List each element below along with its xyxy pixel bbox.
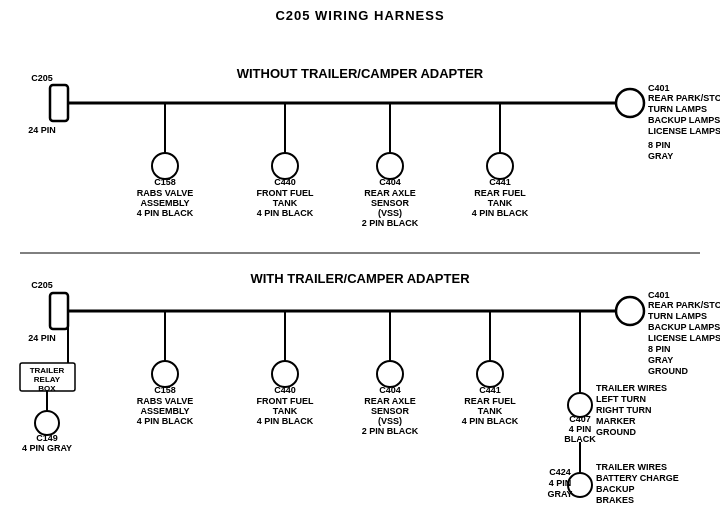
svg-text:4 PIN BLACK: 4 PIN BLACK [257, 416, 314, 426]
svg-text:SENSOR: SENSOR [371, 198, 410, 208]
svg-text:24 PIN: 24 PIN [28, 125, 56, 135]
svg-point-26 [377, 153, 403, 179]
svg-text:REAR FUEL: REAR FUEL [474, 188, 526, 198]
svg-text:TRAILER WIRES: TRAILER WIRES [596, 383, 667, 393]
svg-text:C404: C404 [379, 177, 401, 187]
svg-text:4 PIN BLACK: 4 PIN BLACK [462, 416, 519, 426]
svg-text:REAR PARK/STOP: REAR PARK/STOP [648, 93, 720, 103]
svg-point-94 [377, 361, 403, 387]
svg-text:TRAILER WIRES: TRAILER WIRES [596, 462, 667, 472]
svg-text:C424: C424 [549, 467, 571, 477]
svg-text:8 PIN: 8 PIN [648, 140, 671, 150]
svg-text:LEFT TURN: LEFT TURN [596, 394, 646, 404]
svg-point-101 [477, 361, 503, 387]
svg-text:C440: C440 [274, 177, 296, 187]
svg-text:ASSEMBLY: ASSEMBLY [140, 406, 189, 416]
svg-point-5 [616, 89, 644, 117]
svg-point-20 [272, 153, 298, 179]
svg-text:RIGHT TURN: RIGHT TURN [596, 405, 652, 415]
svg-text:2 PIN BLACK: 2 PIN BLACK [362, 426, 419, 436]
svg-text:4 PIN BLACK: 4 PIN BLACK [257, 208, 314, 218]
svg-text:4 PIN BLACK: 4 PIN BLACK [137, 208, 194, 218]
svg-text:(VSS): (VSS) [378, 416, 402, 426]
svg-point-33 [487, 153, 513, 179]
svg-text:4 PIN: 4 PIN [569, 424, 592, 434]
svg-point-82 [152, 361, 178, 387]
svg-text:(VSS): (VSS) [378, 208, 402, 218]
svg-text:FRONT FUEL: FRONT FUEL [257, 396, 314, 406]
svg-text:24 PIN: 24 PIN [28, 333, 56, 343]
svg-rect-2 [50, 85, 68, 121]
svg-text:C158: C158 [154, 177, 176, 187]
svg-text:C149: C149 [36, 433, 58, 443]
svg-text:GRAY: GRAY [648, 355, 673, 365]
svg-text:C404: C404 [379, 385, 401, 395]
svg-text:WITH  TRAILER/CAMPER  ADAPTER: WITH TRAILER/CAMPER ADAPTER [250, 271, 470, 286]
svg-text:GROUND: GROUND [648, 366, 688, 376]
svg-text:C441: C441 [489, 177, 511, 187]
svg-text:REAR PARK/STOP: REAR PARK/STOP [648, 300, 720, 310]
svg-point-88 [272, 361, 298, 387]
svg-text:RELAY: RELAY [34, 375, 61, 384]
svg-text:TURN LAMPS: TURN LAMPS [648, 104, 707, 114]
svg-text:C401: C401 [648, 290, 670, 300]
svg-text:C401: C401 [648, 83, 670, 93]
wiring-diagram: WITHOUT TRAILER/CAMPER ADAPTER C205 24 P… [0, 23, 720, 513]
svg-text:REAR FUEL: REAR FUEL [464, 396, 516, 406]
page-title: C205 WIRING HARNESS [0, 0, 720, 23]
svg-point-14 [152, 153, 178, 179]
svg-text:ASSEMBLY: ASSEMBLY [140, 198, 189, 208]
svg-text:RABS VALVE: RABS VALVE [137, 396, 194, 406]
svg-text:TURN LAMPS: TURN LAMPS [648, 311, 707, 321]
svg-point-50 [35, 411, 59, 435]
svg-text:BRAKES: BRAKES [596, 495, 634, 505]
svg-text:4 PIN BLACK: 4 PIN BLACK [472, 208, 529, 218]
svg-text:RABS VALVE: RABS VALVE [137, 188, 194, 198]
svg-text:LICENSE LAMPS: LICENSE LAMPS [648, 333, 720, 343]
svg-text:4 PIN GRAY: 4 PIN GRAY [22, 443, 72, 453]
svg-text:GRAY: GRAY [547, 489, 572, 499]
svg-text:MARKER: MARKER [596, 416, 636, 426]
svg-text:REAR AXLE: REAR AXLE [364, 188, 416, 198]
svg-text:GROUND: GROUND [596, 427, 636, 437]
svg-text:TANK: TANK [273, 198, 298, 208]
svg-text:BACKUP LAMPS: BACKUP LAMPS [648, 115, 720, 125]
svg-text:LICENSE LAMPS: LICENSE LAMPS [648, 126, 720, 136]
svg-text:TANK: TANK [273, 406, 298, 416]
svg-text:BACKUP LAMPS: BACKUP LAMPS [648, 322, 720, 332]
svg-text:FRONT FUEL: FRONT FUEL [257, 188, 314, 198]
svg-text:TANK: TANK [488, 198, 513, 208]
svg-text:C205: C205 [31, 280, 53, 290]
svg-text:4 PIN: 4 PIN [549, 478, 572, 488]
svg-text:4 PIN BLACK: 4 PIN BLACK [137, 416, 194, 426]
svg-text:C407: C407 [569, 414, 591, 424]
svg-text:WITHOUT  TRAILER/CAMPER  ADAPT: WITHOUT TRAILER/CAMPER ADAPTER [237, 66, 484, 81]
svg-point-53 [616, 297, 644, 325]
svg-rect-41 [50, 293, 68, 329]
svg-text:8 PIN: 8 PIN [648, 344, 671, 354]
svg-text:SENSOR: SENSOR [371, 406, 410, 416]
svg-text:REAR AXLE: REAR AXLE [364, 396, 416, 406]
svg-text:BACKUP: BACKUP [596, 484, 635, 494]
svg-text:GRAY: GRAY [648, 151, 673, 161]
svg-text:C440: C440 [274, 385, 296, 395]
svg-text:2 PIN BLACK: 2 PIN BLACK [362, 218, 419, 228]
svg-text:TRAILER: TRAILER [30, 366, 65, 375]
svg-text:TANK: TANK [478, 406, 503, 416]
svg-text:BATTERY CHARGE: BATTERY CHARGE [596, 473, 679, 483]
svg-text:C205: C205 [31, 73, 53, 83]
svg-text:C441: C441 [479, 385, 501, 395]
svg-text:C158: C158 [154, 385, 176, 395]
